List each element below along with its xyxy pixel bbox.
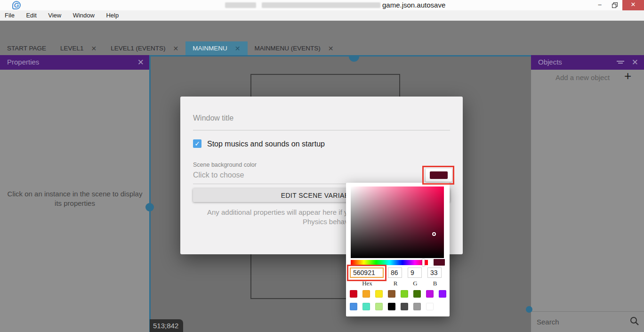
object-search-input[interactable] — [537, 315, 624, 329]
gdevelop-window: G game.json.autosave – ✕ File Edit View … — [0, 0, 644, 332]
tab-close-icon[interactable]: ✕ — [173, 45, 179, 52]
minimize-button[interactable]: – — [592, 0, 607, 10]
hex-label: Hex — [350, 280, 385, 287]
tab-close-icon[interactable]: ✕ — [91, 45, 97, 52]
tab-mainmenu-events[interactable]: MAINMENU (EVENTS) ✕ — [248, 41, 341, 55]
title-bar: G game.json.autosave – ✕ — [0, 0, 644, 10]
selection-handle-left[interactable] — [145, 203, 154, 211]
menu-bar: File Edit View Window Help — [0, 10, 644, 21]
close-icon[interactable]: ✕ — [137, 57, 144, 67]
menu-edit[interactable]: Edit — [21, 10, 41, 21]
properties-panel-title: Properties — [7, 58, 39, 66]
properties-panel: Properties ✕ Click on an instance in the… — [0, 55, 150, 332]
menu-view[interactable]: View — [43, 10, 66, 21]
preset-swatch[interactable] — [439, 290, 446, 298]
r-label: R — [388, 280, 403, 287]
selection-handle-right[interactable] — [526, 306, 532, 313]
preset-swatch[interactable] — [401, 290, 408, 298]
menu-help[interactable]: Help — [101, 10, 123, 21]
window-title-text: game.json.autosave — [382, 0, 445, 10]
hue-slider-handle[interactable] — [422, 259, 425, 266]
preset-swatch[interactable] — [375, 303, 383, 310]
preset-swatch[interactable] — [350, 290, 357, 298]
search-icon — [630, 316, 639, 325]
add-object-button[interactable]: + — [624, 69, 631, 83]
preset-swatch[interactable] — [413, 303, 421, 310]
toolbar: 1:1 — [0, 21, 644, 41]
filter-icon[interactable] — [617, 59, 624, 64]
preset-swatch[interactable] — [413, 290, 421, 298]
objects-panel-header: Objects ✕ — [531, 55, 644, 70]
saturation-gradient[interactable] — [351, 186, 444, 258]
properties-empty-message: Click on an instance in the scene to dis… — [4, 189, 145, 208]
tab-close-icon[interactable]: ✕ — [328, 45, 334, 52]
tab-close-icon[interactable]: ✕ — [235, 45, 241, 52]
stop-sounds-checkbox[interactable]: ✓ — [193, 139, 201, 148]
field-underline — [193, 130, 450, 130]
scene-bg-color-swatch-button[interactable] — [426, 169, 452, 182]
hue-slider-bar[interactable] — [351, 260, 428, 265]
app-logo-icon: G — [12, 1, 21, 9]
redacted-text — [225, 2, 256, 8]
color-picker-popup: Hex R G B — [346, 183, 450, 316]
close-icon[interactable]: ✕ — [632, 57, 638, 67]
add-object-label: Add a new object — [555, 73, 610, 81]
cursor-coordinates: 513;842 — [150, 319, 183, 332]
stop-sounds-label: Stop musics and sounds on startup — [207, 140, 325, 148]
selection-edge-top — [150, 55, 531, 57]
tab-level1[interactable]: LEVEL1 ✕ — [53, 41, 104, 55]
current-color-preview — [434, 259, 445, 266]
b-label: B — [427, 280, 443, 287]
current-color-swatch — [430, 171, 448, 179]
tab-level1-events[interactable]: LEVEL1 (EVENTS) ✕ — [104, 41, 185, 55]
g-label: G — [408, 280, 423, 287]
preset-swatch[interactable] — [426, 303, 434, 310]
hex-input[interactable] — [350, 267, 384, 278]
tab-start-page[interactable]: START PAGE — [0, 41, 53, 55]
blue-input[interactable] — [427, 267, 442, 278]
objects-panel: Objects ✕ Add a new object + — [531, 55, 644, 332]
preset-swatch[interactable] — [362, 303, 370, 310]
preset-swatch[interactable] — [350, 303, 357, 310]
objects-panel-title: Objects — [538, 58, 562, 66]
tab-mainmenu[interactable]: MAINMENU ✕ — [185, 41, 247, 55]
divider — [531, 311, 644, 312]
scene-bg-color-label: Scene background color — [193, 162, 257, 168]
preset-swatch[interactable] — [426, 290, 434, 298]
close-button[interactable]: ✕ — [622, 0, 644, 10]
preset-swatch[interactable] — [388, 290, 395, 298]
selection-edge-left — [149, 55, 151, 332]
green-input[interactable] — [408, 267, 422, 278]
scene-bg-color-field[interactable]: Click to choose — [193, 171, 244, 179]
preset-swatch[interactable] — [375, 290, 383, 298]
tab-bar: START PAGE LEVEL1 ✕ LEVEL1 (EVENTS) ✕ MA… — [0, 41, 644, 55]
saturation-cursor[interactable] — [432, 232, 436, 236]
preset-swatch[interactable] — [362, 290, 370, 298]
restore-button[interactable] — [607, 0, 622, 10]
preset-swatch[interactable] — [388, 303, 395, 310]
preset-swatch[interactable] — [401, 303, 408, 310]
red-input[interactable] — [388, 267, 402, 278]
properties-panel-header: Properties ✕ — [0, 55, 150, 70]
menu-file[interactable]: File — [0, 10, 19, 21]
helper-text-line1: Any additional properties will appear he… — [207, 208, 352, 216]
menu-window[interactable]: Window — [68, 10, 99, 21]
window-title-field[interactable]: Window title — [193, 114, 233, 122]
redacted-text — [262, 2, 380, 8]
